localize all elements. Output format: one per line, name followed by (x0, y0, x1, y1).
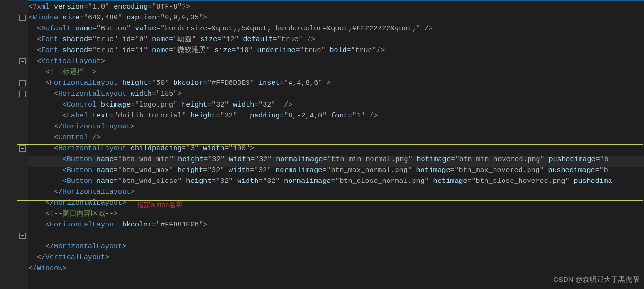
code-line[interactable]: <Font shared="true" id="0" name="幼圆" siz… (28, 34, 316, 45)
code-line[interactable]: <HorizontalLayout childpadding="3" width… (28, 143, 254, 154)
code-line[interactable]: <Default name="Button" value="bordersize… (28, 23, 433, 34)
code-line[interactable]: <Button name="btn_wnd_close" height="32"… (28, 176, 612, 187)
fold-toggle-icon[interactable] (19, 80, 26, 86)
gutter-row (0, 1, 28, 12)
gutter-row (0, 263, 28, 274)
gutter-row (0, 241, 28, 252)
code-line[interactable]: </HorizontalLayout> (28, 198, 126, 208)
gutter-row (0, 45, 28, 56)
code-line[interactable]: <HorizontalLayout bkcolor="#FFD81E06"> (28, 219, 207, 230)
code-line[interactable]: <?xml version="1.0" encoding="UTF-8"?> (28, 1, 190, 12)
gutter-row (0, 252, 28, 263)
gutter-row (0, 165, 28, 176)
code-area[interactable]: 指定button名字 <?xml version="1.0" encoding=… (28, 1, 644, 289)
gutter-row (0, 34, 28, 45)
gutter-row (0, 78, 28, 89)
code-line[interactable]: </HorizontalLayout> (28, 241, 126, 252)
gutter-row (0, 12, 28, 23)
watermark: CSDN @森明帮大于黑虎帮 (553, 275, 639, 284)
gutter-row (0, 230, 28, 241)
fold-toggle-icon[interactable] (19, 58, 26, 64)
code-line[interactable]: <Label text="duilib tutorial" height="32… (28, 110, 378, 121)
gutter-row (0, 89, 28, 99)
code-line[interactable]: </HorizontalLayout> (28, 187, 135, 198)
code-line[interactable]: <HorizontalLayout width="185"> (28, 89, 182, 99)
gutter-row (0, 56, 28, 67)
code-line[interactable]: <!--标题栏--> (28, 67, 97, 78)
fold-toggle-icon[interactable] (19, 15, 26, 21)
fold-toggle-icon[interactable] (19, 233, 26, 239)
gutter-row (0, 23, 28, 34)
fold-gutter[interactable] (0, 0, 28, 289)
code-line[interactable]: <!--窗口内容区域--> (28, 208, 118, 219)
fold-toggle-icon[interactable] (19, 91, 26, 97)
gutter-row (0, 198, 28, 208)
code-line[interactable]: </Window> (28, 263, 67, 274)
code-line[interactable]: <Font shared="true" id="1" name="微软雅黑" s… (28, 45, 385, 56)
gutter-row (0, 67, 28, 78)
code-line[interactable] (28, 230, 45, 241)
code-line[interactable]: <VerticalLayout> (28, 56, 105, 67)
gutter-row (0, 143, 28, 154)
code-line[interactable]: <Button name="btn_wnd_min" height="32" w… (28, 154, 609, 165)
code-line[interactable]: </VerticalLayout> (28, 252, 109, 263)
code-line[interactable]: <Button name="btn_wnd_max" height="32" w… (28, 165, 608, 176)
gutter-row (0, 176, 28, 187)
fold-toggle-icon[interactable] (19, 145, 26, 152)
gutter-row (0, 154, 28, 165)
code-line[interactable]: </HorizontalLayout> (28, 121, 135, 132)
code-editor[interactable]: 指定button名字 <?xml version="1.0" encoding=… (0, 0, 644, 289)
gutter-row (0, 121, 28, 132)
gutter-row (0, 110, 28, 121)
annotation-label: 指定button名字 (137, 201, 182, 209)
gutter-row (0, 187, 28, 198)
gutter-row (0, 132, 28, 143)
gutter-row (0, 99, 28, 110)
code-line[interactable]: <Control /> (28, 132, 101, 143)
code-line[interactable]: <Control bkimage="logo.png" height="32" … (28, 99, 292, 110)
code-line[interactable]: <Window size="640,480" caption="0,0,0,35… (28, 12, 207, 23)
tab-active-indicator (0, 0, 644, 1)
gutter-row (0, 208, 28, 219)
code-line[interactable]: <HorizontalLayout height="50" bkcolor="#… (28, 78, 331, 89)
gutter-row (0, 219, 28, 230)
